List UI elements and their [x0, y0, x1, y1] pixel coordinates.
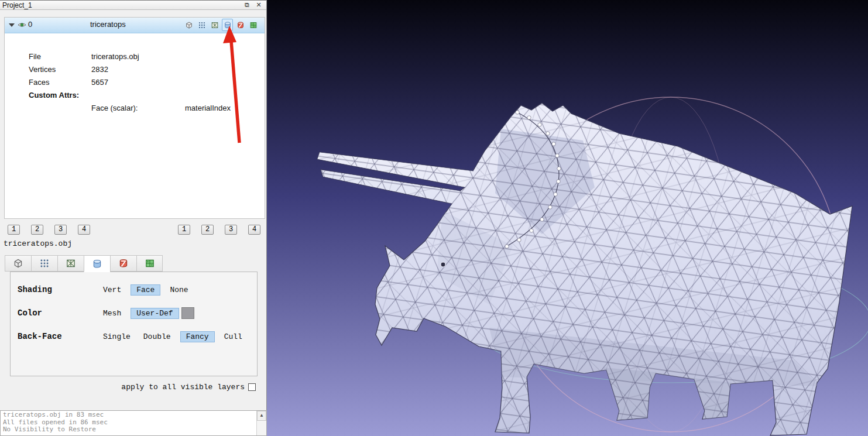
material-icon[interactable]	[235, 19, 246, 31]
apply-all-layers-label: apply to all visible layers	[121, 383, 245, 392]
face-scalar-value: materialIndex	[185, 104, 231, 112]
float-window-icon[interactable]: ⧉	[242, 1, 252, 9]
bookmark-buttons-right: 1 2 3 4	[178, 225, 260, 235]
tab-wireframe[interactable]	[57, 255, 84, 272]
visibility-eye-icon[interactable]	[18, 20, 26, 29]
shading-label: Shading	[18, 285, 52, 294]
tab-texture[interactable]	[136, 255, 163, 272]
bookmark-1-button[interactable]: 1	[8, 225, 20, 235]
tab-material[interactable]	[110, 255, 136, 272]
viewport-canvas	[267, 0, 868, 436]
apply-all-layers-checkbox[interactable]	[248, 383, 256, 391]
layer-name: triceratops	[90, 20, 126, 29]
tab-bbox[interactable]	[5, 255, 31, 272]
detail-row-face-scalar: Face (scalar): materialIndex	[5, 104, 265, 115]
detail-row-file: File triceratops.obj	[5, 52, 265, 64]
eye-detail	[441, 262, 445, 267]
faces-label: Faces	[29, 78, 49, 87]
log-line-3: No Visibility to Restore	[3, 425, 96, 433]
vertices-label: Vertices	[29, 65, 56, 74]
log-lines: triceratops.obj in 83 msec All files ope…	[3, 411, 256, 434]
backface-double-option[interactable]: Double	[140, 331, 174, 342]
bookmark-4-button[interactable]: 4	[78, 225, 90, 235]
scroll-up-icon[interactable]: ▲	[257, 411, 266, 421]
dock-title: Project_1	[2, 1, 32, 9]
view-4-button[interactable]: 4	[248, 225, 260, 235]
detail-row-vertices: Vertices 2832	[5, 65, 265, 77]
points-icon[interactable]	[196, 19, 207, 31]
bookmark-buttons-left: 1 2 3 4	[8, 225, 90, 235]
layer-id: 0	[28, 20, 32, 29]
file-value: triceratops.obj	[91, 52, 139, 61]
layer-dock-panel: Project_1 ⧉ ✕ 0 triceratops	[0, 0, 267, 436]
shading-row: Shading Vert Face None	[11, 283, 257, 297]
shading-options-panel: Shading Vert Face None Color Mesh User-D…	[10, 272, 258, 376]
close-icon[interactable]: ✕	[253, 1, 264, 9]
wireframe-icon[interactable]	[209, 19, 220, 31]
log-panel: triceratops.obj in 83 msec All files ope…	[0, 410, 267, 436]
render-mode-tabs	[5, 255, 163, 272]
view-1-button[interactable]: 1	[178, 225, 190, 235]
color-mesh-option[interactable]: Mesh	[100, 308, 125, 319]
tab-points[interactable]	[31, 255, 57, 272]
faces-value: 5657	[91, 78, 108, 87]
shading-vert-option[interactable]: Vert	[100, 284, 125, 296]
shading-none-option[interactable]: None	[166, 284, 191, 296]
detail-row-custom-attrs: Custom Attrs:	[5, 91, 265, 102]
detail-row-faces: Faces 5657	[5, 78, 265, 90]
texture-icon[interactable]	[248, 19, 259, 31]
backface-row: Back-Face Single Double Fancy Cull	[11, 329, 257, 344]
backface-cull-option[interactable]: Cull	[221, 331, 246, 342]
color-label: Color	[18, 308, 42, 318]
log-scrollbar[interactable]: ▲	[256, 411, 266, 435]
view-3-button[interactable]: 3	[225, 225, 237, 235]
expand-chevron-icon[interactable]	[9, 23, 15, 27]
layer-list: 0 triceratops	[4, 17, 265, 219]
shading-face-option[interactable]: Face	[131, 284, 160, 296]
bookmark-2-button[interactable]: 2	[31, 225, 43, 235]
apply-all-layers-row: apply to all visible layers	[121, 383, 256, 392]
custom-attrs-label: Custom Attrs:	[29, 91, 79, 99]
log-line-1: triceratops.obj in 83 msec	[3, 411, 104, 418]
3d-viewport[interactable]	[267, 0, 868, 436]
flat-shading-icon[interactable]	[222, 19, 233, 31]
backface-label: Back-Face	[18, 332, 62, 341]
layer-render-toggles	[183, 19, 259, 31]
dock-titlebar[interactable]: Project_1 ⧉ ✕	[0, 0, 266, 10]
vertices-value: 2832	[91, 65, 108, 74]
bookmark-3-button[interactable]: 3	[54, 225, 67, 235]
view-2-button[interactable]: 2	[201, 225, 214, 235]
tab-flat-shading[interactable]	[84, 255, 110, 272]
layer-row-triceratops[interactable]: 0 triceratops	[5, 18, 265, 33]
current-mesh-label: triceratops.obj	[4, 239, 72, 248]
user-color-swatch[interactable]	[181, 307, 194, 319]
backface-single-option[interactable]: Single	[100, 331, 134, 342]
bbox-icon[interactable]	[183, 19, 194, 31]
log-line-2: All files opened in 86 msec	[3, 418, 108, 426]
color-row: Color Mesh User-Def	[11, 306, 257, 320]
file-label: File	[29, 52, 41, 61]
color-userdef-option[interactable]: User-Def	[131, 308, 179, 319]
face-scalar-label: Face (scalar):	[91, 104, 138, 112]
backface-fancy-option[interactable]: Fancy	[180, 331, 215, 342]
meshlab-window: Project_1 ⧉ ✕ 0 triceratops	[0, 0, 868, 436]
